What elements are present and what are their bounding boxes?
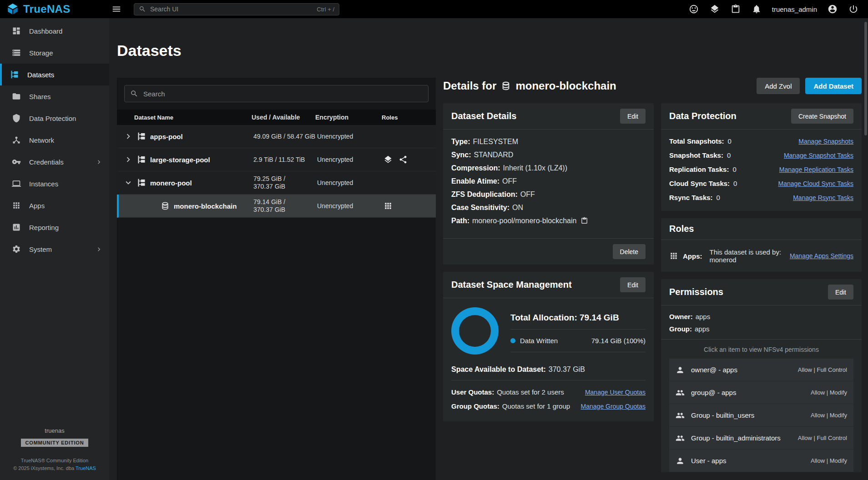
footer-edition: TrueNAS® Community Edition <box>21 457 88 465</box>
dataset-search-input[interactable] <box>143 90 423 98</box>
sidebar-item-network[interactable]: Network <box>0 129 109 151</box>
manage-apps-settings-link[interactable]: Manage Apps Settings <box>790 252 853 260</box>
roles-text: This dataset is used by: monerod <box>710 248 785 264</box>
roles-cell <box>384 201 436 210</box>
scrollbar-thumb[interactable] <box>864 22 867 135</box>
add-dataset-button[interactable]: Add Dataset <box>805 78 862 94</box>
row-label: Replication Tasks: <box>669 165 729 173</box>
total-snapshots-row: Total Snapshots:0 Manage Snapshots <box>661 134 862 148</box>
row-label: Rsync Tasks: <box>669 194 713 201</box>
brand-name: TrueNAS <box>23 3 70 15</box>
used-available-cell: 79.25 GiB / 370.37 GiB <box>253 175 317 190</box>
sidebar-item-shares[interactable]: Shares <box>0 85 109 107</box>
sidebar-item-instances[interactable]: Instances <box>0 173 109 195</box>
permission-access: Allow | Modify <box>811 389 847 396</box>
data-protection-card: Data Protection Create Snapshot Total Sn… <box>661 103 862 211</box>
row-value: 0 <box>727 151 731 159</box>
edit-dataset-details-button[interactable]: Edit <box>620 109 646 124</box>
field-path: Path:monero-pool/monero-blockchain <box>451 217 646 225</box>
running-jobs-button[interactable] <box>728 2 743 16</box>
global-search-input[interactable] <box>150 5 313 13</box>
manage-rsync-tasks-link[interactable]: Manage Rsync Tasks <box>793 194 853 201</box>
topbar-actions: truenas_admin <box>686 2 861 16</box>
sidebar-item-apps[interactable]: Apps <box>0 195 109 216</box>
table-row-monero-pool[interactable]: monero-pool 79.25 GiB / 370.37 GiB Unenc… <box>117 171 436 195</box>
permission-item-builtin-administrators[interactable]: Group - builtin_administrators Allow | F… <box>669 427 853 450</box>
expand-chevron-right-icon[interactable] <box>123 155 133 165</box>
expand-chevron-right-icon[interactable] <box>123 131 133 141</box>
permission-item-builtin-users[interactable]: Group - builtin_users Allow | Modify <box>669 404 853 427</box>
truenas-logo-icon <box>6 3 19 15</box>
manage-replication-tasks-link[interactable]: Manage Replication Tasks <box>779 166 853 173</box>
sidebar-item-system[interactable]: System <box>0 238 109 260</box>
edit-permissions-button[interactable]: Edit <box>828 285 853 300</box>
manage-snapshot-tasks-link[interactable]: Manage Snapshot Tasks <box>784 152 853 159</box>
sidebar-footer: truenas COMMUNITY EDITION TrueNAS® Commu… <box>0 427 109 480</box>
manage-user-quotas-link[interactable]: Manage User Quotas <box>585 389 646 396</box>
column-roles[interactable]: Roles <box>382 114 436 121</box>
encryption-cell: Unencrypted <box>317 179 384 186</box>
field-label: Enable Atime: <box>451 177 500 185</box>
rsync-tasks-row: Rsync Tasks:0 Manage Rsync Tasks <box>661 190 862 205</box>
column-encryption[interactable]: Encryption <box>315 114 382 121</box>
sidebar-item-data-protection[interactable]: Data Protection <box>0 107 109 129</box>
group-value: apps <box>695 325 710 333</box>
add-zvol-button[interactable]: Add Zvol <box>757 78 800 94</box>
alerts-button[interactable] <box>749 2 764 16</box>
permission-item-owner[interactable]: owner@ - apps Allow | Full Control <box>669 359 853 381</box>
table-row-apps-pool[interactable]: apps-pool 49.09 GiB / 58.47 GiB Unencryp… <box>117 125 436 148</box>
sidebar-item-dashboard[interactable]: Dashboard <box>0 20 109 42</box>
account-button[interactable] <box>825 2 840 16</box>
table-row-large-storage-pool[interactable]: large-storage-pool 2.9 TiB / 11.52 TiB U… <box>117 148 436 171</box>
copy-path-icon[interactable] <box>580 217 588 225</box>
pool-tree-icon <box>137 155 146 164</box>
bar-chart-icon <box>12 223 21 232</box>
delete-dataset-button[interactable]: Delete <box>613 244 646 259</box>
nfsv4-hint: Click an item to view NFSv4 permissions <box>669 340 853 359</box>
permission-item-group-at[interactable]: group@ - apps Allow | Modify <box>669 381 853 404</box>
encryption-cell: Unencrypted <box>317 202 384 210</box>
sidebar-item-storage[interactable]: Storage <box>0 42 109 64</box>
create-snapshot-button[interactable]: Create Snapshot <box>791 109 853 124</box>
encryption-cell: Unencrypted <box>317 133 384 140</box>
field-value: FILESYSTEM <box>473 138 518 145</box>
manage-group-quotas-link[interactable]: Manage Group Quotas <box>581 403 646 410</box>
permission-access: Allow | Modify <box>811 457 847 464</box>
feedback-button[interactable] <box>686 2 701 16</box>
field-label: Type: <box>451 138 470 145</box>
global-search[interactable]: Ctrl + / <box>134 3 339 15</box>
card-title: Data Protection <box>669 111 737 121</box>
sidebar-label: Shares <box>29 93 51 100</box>
dataset-database-icon <box>501 81 511 91</box>
sidebar-item-reporting[interactable]: Reporting <box>0 216 109 238</box>
permission-item-user-apps[interactable]: User - apps Allow | Modify <box>669 450 853 472</box>
sidebar-item-datasets[interactable]: Datasets <box>0 64 109 85</box>
column-used-available[interactable]: Used / Available <box>252 114 315 121</box>
edit-space-button[interactable]: Edit <box>620 277 646 292</box>
power-button[interactable] <box>846 2 861 16</box>
footer-truenas-link[interactable]: TrueNAS <box>76 465 96 471</box>
table-row-monero-blockchain[interactable]: monero-blockchain 79.14 GiB / 370.37 GiB… <box>117 195 436 218</box>
field-atime: Enable Atime:OFF <box>451 177 646 185</box>
datasets-tree-icon <box>10 70 19 79</box>
manage-cloud-sync-tasks-link[interactable]: Manage Cloud Sync Tasks <box>778 180 854 187</box>
collapse-chevron-down-icon[interactable] <box>123 178 133 188</box>
field-value: OFF <box>502 177 517 185</box>
group-icon <box>676 434 685 443</box>
card-title: Dataset Space Management <box>451 280 572 290</box>
datasets-tree-panel: Dataset Name Used / Available Encryption… <box>117 78 436 480</box>
row-label: Total Snapshots: <box>669 137 724 145</box>
field-label: Sync: <box>451 151 471 159</box>
layers-icon <box>710 4 720 14</box>
row-value: 0 <box>733 180 737 187</box>
dataset-search[interactable] <box>124 85 429 102</box>
used-line2: 370.37 GiB <box>253 206 317 214</box>
manage-snapshots-link[interactable]: Manage Snapshots <box>798 138 853 145</box>
row-value: 0 <box>728 137 732 145</box>
column-dataset-name[interactable]: Dataset Name <box>117 114 252 121</box>
brand[interactable]: TrueNAS <box>6 3 109 15</box>
sidebar-item-credentials[interactable]: Credentials <box>0 151 109 173</box>
jobs-button[interactable] <box>707 2 722 16</box>
menu-button[interactable] <box>109 2 124 16</box>
snapshot-tasks-row: Snapshot Tasks:0 Manage Snapshot Tasks <box>661 148 862 162</box>
